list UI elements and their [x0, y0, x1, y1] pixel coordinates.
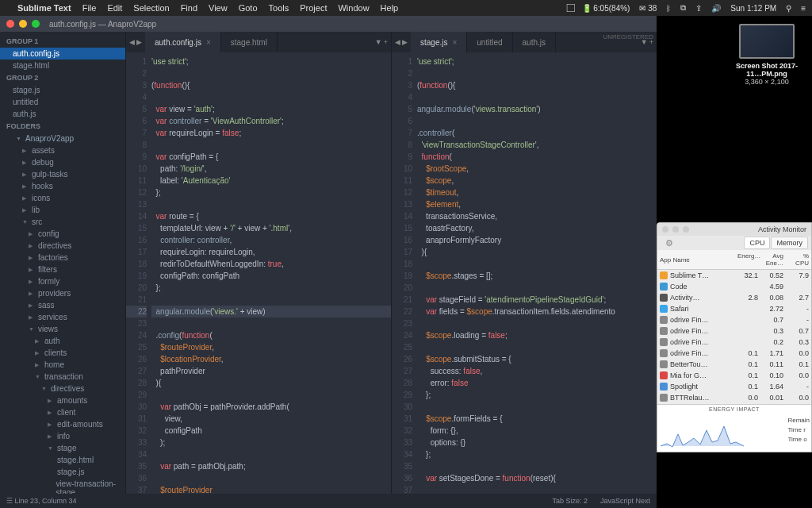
tab-stage-html[interactable]: stage.html — [221, 32, 278, 52]
status-cursor[interactable]: ☰ Line 23, Column 34 — [6, 497, 77, 505]
dropbox-icon[interactable]: ⧉ — [680, 3, 686, 13]
sidebar-folder[interactable]: ▶debug — [0, 156, 125, 168]
status-tabsize[interactable]: Tab Size: 2 — [552, 497, 588, 505]
sidebar-file[interactable]: stage.js — [0, 466, 125, 478]
activity-row[interactable]: Sublime T…32.10.527.9 — [657, 270, 811, 281]
sidebar-folder[interactable]: ▼transaction — [0, 371, 125, 383]
sidebar-open-file[interactable]: untitled — [0, 96, 125, 108]
menu-view[interactable]: View — [209, 3, 228, 13]
sidebar-folder[interactable]: ▶factories — [0, 252, 125, 264]
minimize-icon[interactable] — [672, 226, 679, 233]
activity-table-header[interactable]: App Name Energ… Avg Ene… % CPU — [657, 250, 811, 270]
battery-status[interactable]: 🔋 6:05(84%) — [582, 4, 630, 13]
close-icon[interactable] — [6, 20, 14, 28]
sidebar-folder[interactable]: ▶home — [0, 359, 125, 371]
sidebar-folder[interactable]: ▼stage — [0, 442, 125, 454]
menu-file[interactable]: File — [82, 3, 97, 13]
activity-row[interactable]: Activity…2.80.082.7 — [657, 292, 811, 303]
sidebar-folder[interactable]: ▶directives — [0, 240, 125, 252]
minimize-icon[interactable] — [19, 20, 27, 28]
tab-overflow-icon[interactable]: ▼ — [375, 38, 382, 46]
tab-auth-js[interactable]: auth.js — [513, 32, 556, 52]
editor-2[interactable]: 1234567891011121314151617181920212223242… — [392, 52, 657, 494]
window-titlebar[interactable]: auth.config.js — AnaproV2app — [0, 16, 657, 32]
sidebar-folder[interactable]: ▶formly — [0, 275, 125, 287]
tab-close-icon[interactable]: × — [452, 38, 457, 47]
sidebar-open-file[interactable]: stage.html — [0, 60, 125, 71]
sidebar-open-file[interactable]: auth.js — [0, 108, 125, 120]
menu-extras-icon[interactable]: ≡ — [801, 4, 806, 13]
sidebar-folder[interactable]: ▶icons — [0, 192, 125, 204]
sidebar-open-file[interactable]: stage.js — [0, 84, 125, 96]
sidebar-file[interactable]: stage.html — [0, 454, 125, 466]
tab-prev-icon[interactable]: ◀ — [129, 38, 135, 46]
menu-app[interactable]: Sublime Text — [17, 3, 71, 13]
sidebar-folder[interactable]: ▶assets — [0, 144, 125, 156]
wifi-icon[interactable]: ⇪ — [695, 4, 702, 13]
sidebar-folder[interactable]: ▶hooks — [0, 180, 125, 192]
tab-untitled[interactable]: untitled — [467, 32, 512, 52]
menu-window[interactable]: Window — [338, 3, 369, 13]
sidebar-folder[interactable]: ▼src — [0, 216, 125, 228]
sidebar-folder-root[interactable]: ▼AnaproV2app — [0, 133, 125, 144]
menu-help[interactable]: Help — [381, 3, 399, 13]
bluetooth-icon[interactable]: ᛒ — [666, 4, 671, 13]
tab-add-icon[interactable]: + — [384, 38, 388, 46]
activity-row[interactable]: Mia for G…0.10.100.0 — [657, 370, 811, 381]
sidebar-folder[interactable]: ▶auth — [0, 335, 125, 347]
gear-icon[interactable]: ⚙ — [665, 238, 673, 248]
sidebar-folder[interactable]: ▶filters — [0, 264, 125, 275]
sidebar-folder[interactable]: ▶gulp-tasks — [0, 168, 125, 180]
desktop-screenshot-file[interactable]: Screen Shot 2017-11…PM.png 3,360 × 2,100 — [731, 24, 802, 86]
sidebar-folder[interactable]: ▶providers — [0, 287, 125, 299]
activity-row[interactable]: BetterTou…0.10.110.1 — [657, 359, 811, 370]
zoom-icon[interactable] — [32, 20, 40, 28]
sidebar-folder[interactable]: ▶config — [0, 228, 125, 240]
activity-row[interactable]: BTTRelau…0.00.010.0 — [657, 392, 811, 403]
sidebar-folder[interactable]: ▶clients — [0, 347, 125, 359]
sidebar-folder[interactable]: ▶info — [0, 430, 125, 442]
zoom-icon[interactable] — [683, 226, 689, 233]
sidebar-folder[interactable]: ▶edit-amounts — [0, 418, 125, 430]
editor-1[interactable]: 1234567891011121314151617181920212223242… — [126, 52, 391, 494]
activity-tab-memory[interactable]: Memory — [771, 237, 808, 249]
tab-next-icon[interactable]: ▶ — [136, 38, 142, 46]
activity-row[interactable]: Safari2.72- — [657, 303, 811, 314]
activity-row[interactable]: Code4.59 — [657, 281, 811, 292]
tab-close-icon[interactable]: × — [206, 38, 211, 47]
activity-tab-cpu[interactable]: CPU — [744, 237, 770, 249]
sidebar-folder[interactable]: ▶client — [0, 406, 125, 418]
menu-project[interactable]: Project — [300, 3, 327, 13]
menu-goto[interactable]: Goto — [239, 3, 258, 13]
activity-row[interactable]: odrive Fin…0.20.3 — [657, 337, 811, 348]
volume-icon[interactable]: 🔊 — [711, 4, 721, 13]
menu-tools[interactable]: Tools — [269, 3, 289, 13]
sidebar[interactable]: GROUP 1 auth.config.js stage.html GROUP … — [0, 32, 125, 494]
tab-auth-config[interactable]: auth.config.js× — [145, 32, 221, 52]
sidebar-folder[interactable]: ▶sass — [0, 299, 125, 311]
activity-row[interactable]: odrive Fin…0.7- — [657, 314, 811, 325]
sidebar-folder[interactable]: ▼views — [0, 323, 125, 335]
tab-next-icon[interactable]: ▶ — [402, 38, 408, 46]
sidebar-file[interactable]: view-transaction-stage — [0, 478, 125, 494]
activity-table[interactable]: App Name Energ… Avg Ene… % CPU Sublime T… — [657, 250, 811, 404]
status-syntax[interactable]: JavaScript Next — [600, 497, 650, 505]
activity-row[interactable]: odrive Fin…0.11.710.0 — [657, 348, 811, 359]
close-icon[interactable] — [662, 226, 668, 233]
menu-selection[interactable]: Selection — [133, 3, 169, 13]
sidebar-open-file[interactable]: auth.config.js — [0, 48, 125, 60]
menu-edit[interactable]: Edit — [107, 3, 122, 13]
sidebar-folder[interactable]: ▼directives — [0, 383, 125, 394]
tab-prev-icon[interactable]: ◀ — [395, 38, 400, 46]
spotlight-icon[interactable]: ⚲ — [786, 4, 791, 13]
activity-monitor-window[interactable]: Activity Monitor ⚙ CPU Memory App Name E… — [657, 222, 812, 452]
mail-icon[interactable]: ✉ 38 — [639, 4, 657, 13]
activity-row[interactable]: odrive Fin…0.30.7 — [657, 325, 811, 337]
tab-stage-js[interactable]: stage.js× — [411, 32, 467, 52]
menu-find[interactable]: Find — [181, 3, 197, 13]
clock[interactable]: Sun 1:12 PM — [730, 4, 776, 13]
sidebar-folder[interactable]: ▶amounts — [0, 394, 125, 406]
sidebar-folder[interactable]: ▶lib — [0, 204, 125, 216]
sidebar-folder[interactable]: ▶services — [0, 311, 125, 323]
activity-row[interactable]: Spotlight0.11.64- — [657, 381, 811, 392]
